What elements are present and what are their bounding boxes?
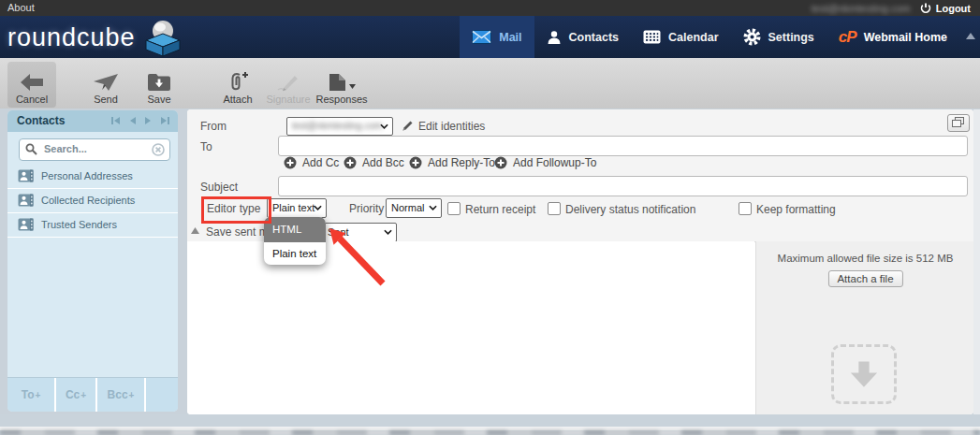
tab-webmail-home[interactable]: cP Webmail Home: [826, 16, 959, 58]
save-button[interactable]: Save: [137, 62, 182, 108]
delivery-status-label: Delivery status notification: [565, 203, 695, 216]
addressbook-icon: [18, 218, 34, 231]
add-reply-to-link[interactable]: Add Reply-To: [409, 156, 495, 169]
save-sent-value: Sent: [328, 226, 349, 238]
roundcube-cube-icon: [141, 19, 184, 57]
chevron-down-icon: [314, 205, 322, 210]
clear-search-icon[interactable]: [152, 143, 165, 156]
cc-label: Cc: [66, 388, 80, 401]
cpanel-logo-icon: cP: [839, 28, 856, 47]
addressbook-icon: [18, 194, 34, 207]
return-receipt-checkbox[interactable]: [447, 202, 461, 215]
to-input[interactable]: [278, 136, 968, 156]
plus-icon: +: [80, 390, 86, 400]
add-bcc-label: Add Bcc: [362, 156, 404, 169]
tab-contacts-label: Contacts: [569, 31, 619, 44]
attach-label: Attach: [223, 94, 252, 105]
next-page-icon[interactable]: [144, 116, 153, 125]
tab-settings[interactable]: Settings: [731, 16, 826, 58]
keep-formatting-label: Keep formatting: [756, 203, 836, 216]
edit-identities-link[interactable]: Edit identities: [418, 120, 485, 133]
edit-pencil-icon: [401, 119, 415, 133]
to-label: To: [200, 140, 212, 153]
save-sent-folder-select[interactable]: Sent: [320, 223, 397, 242]
pagination-controls: [110, 116, 170, 125]
recipient-buttons-bar: To+ Cc+ Bcc+: [7, 377, 178, 412]
group-label: Collected Recipients: [41, 195, 135, 206]
add-bcc-link[interactable]: Add Bcc: [344, 156, 404, 169]
roundcube-window: About test@nkmtesting.com Logout roundcu…: [0, 0, 980, 435]
attach-a-file-button[interactable]: Attach a file: [827, 270, 902, 287]
group-personal-addresses[interactable]: Personal Addresses: [7, 165, 178, 189]
priority-label: Priority: [349, 202, 384, 215]
from-select[interactable]: test@nkmtesting.com: [286, 117, 393, 136]
address-groups: Personal Addresses Collected Recipients …: [7, 165, 178, 238]
from-value: test@nkmtesting.com: [292, 121, 382, 131]
send-button[interactable]: Send: [80, 62, 131, 108]
priority-select[interactable]: Normal: [386, 198, 442, 218]
dropdown-option-html[interactable]: HTML: [264, 217, 326, 242]
top-bar: About test@nkmtesting.com Logout: [0, 0, 980, 16]
editor-type-select[interactable]: Plain text: [267, 198, 327, 218]
dropdown-option-plain-text[interactable]: Plain text: [264, 242, 326, 265]
send-label: Send: [94, 94, 118, 105]
add-bcc-button[interactable]: Bcc+: [97, 378, 146, 412]
back-arrow-icon: [20, 73, 44, 92]
collapse-nav-icon[interactable]: [966, 33, 975, 39]
chevron-down-icon: [380, 123, 388, 129]
save-folder-icon: [147, 73, 171, 92]
tab-webmail-home-label: Webmail Home: [864, 31, 947, 44]
cancel-label: Cancel: [16, 94, 48, 105]
signature-pen-icon: [276, 73, 300, 92]
file-dropzone[interactable]: [831, 344, 897, 404]
attach-button[interactable]: Attach: [213, 62, 262, 108]
responses-button[interactable]: Responses: [314, 62, 369, 108]
add-followup-to-link[interactable]: Add Followup-To: [494, 156, 596, 169]
gear-icon: [743, 28, 761, 46]
group-trusted-senders[interactable]: Trusted Senders: [7, 213, 178, 238]
tab-mail[interactable]: Mail: [460, 16, 534, 58]
contact-search-input[interactable]: Search...: [19, 138, 170, 161]
max-file-size-hint: Maximum allowed file size is 512 MB: [756, 253, 973, 264]
add-cc-label: Add Cc: [302, 156, 339, 169]
popout-compose-button[interactable]: [947, 114, 970, 132]
recipient-bar-filler: [146, 378, 178, 412]
from-label: From: [200, 120, 227, 133]
subject-input[interactable]: [278, 176, 968, 196]
cancel-button[interactable]: Cancel: [7, 62, 56, 108]
editor-type-value: Plain text: [272, 202, 314, 213]
chevron-down-icon: [429, 205, 437, 210]
about-link[interactable]: About: [7, 2, 35, 13]
plus-circle-icon: [344, 156, 357, 169]
delivery-status-checkbox[interactable]: [548, 202, 561, 215]
to-label: To: [22, 388, 35, 401]
popout-windows-icon: [952, 117, 964, 127]
contacts-sidebar: Contacts Search... Personal Addresses Co…: [7, 110, 178, 412]
add-cc-link[interactable]: Add Cc: [284, 156, 339, 169]
logout-button[interactable]: Logout: [920, 3, 971, 14]
message-body-editor[interactable]: [187, 241, 754, 414]
tab-calendar-label: Calendar: [668, 31, 719, 44]
panel-right-gutter: [973, 109, 980, 414]
signature-button[interactable]: Signature: [262, 62, 314, 108]
add-cc-button[interactable]: Cc+: [56, 378, 97, 412]
tab-contacts[interactable]: Contacts: [534, 16, 631, 58]
keep-formatting-checkbox[interactable]: [739, 202, 752, 215]
group-collected-recipients[interactable]: Collected Recipients: [7, 189, 178, 213]
chevron-down-icon: [384, 229, 392, 235]
roundcube-logo: roundcube: [7, 19, 184, 57]
prev-page-icon[interactable]: [128, 116, 137, 125]
first-page-icon[interactable]: [110, 116, 121, 125]
logo-text: roundcube: [7, 23, 136, 52]
plus-circle-icon: [409, 156, 422, 169]
group-label: Trusted Senders: [41, 219, 117, 230]
last-page-icon[interactable]: [160, 116, 170, 125]
mail-icon: [472, 30, 491, 44]
add-to-button[interactable]: To+: [7, 378, 56, 412]
group-label: Personal Addresses: [41, 170, 133, 181]
tab-calendar[interactable]: Calendar: [631, 16, 731, 58]
collapse-options-icon[interactable]: [191, 227, 199, 234]
compose-toolbar: Cancel Send Save Attach Signature Respon…: [0, 58, 980, 109]
sidebar-title: Contacts: [17, 114, 65, 127]
tab-settings-label: Settings: [768, 31, 814, 44]
